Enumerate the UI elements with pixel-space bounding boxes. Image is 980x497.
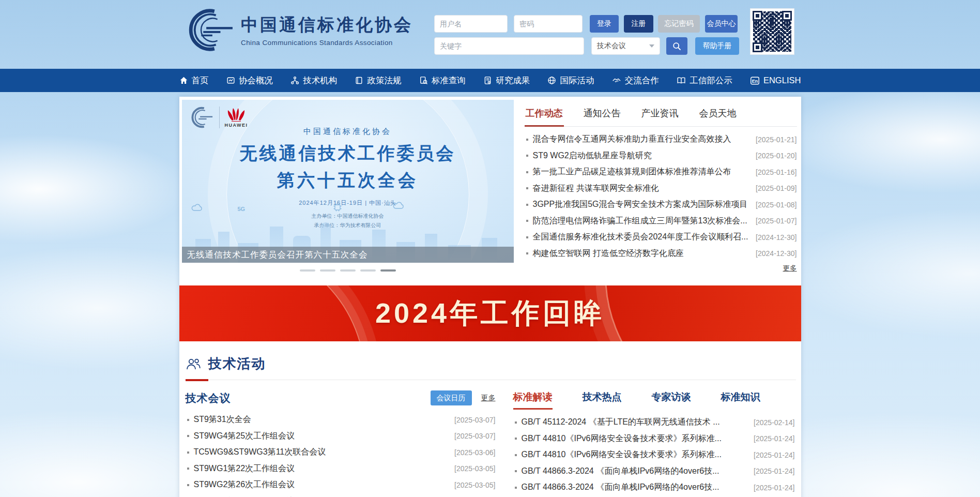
nav-item-policy[interactable]: 政策法规 (355, 75, 401, 86)
news-item[interactable]: 第一批工业产品碳足迹核算规则团体标准推荐清单公布[2025-01-16] (525, 164, 797, 180)
site-subtitle: China Communications Standards Associati… (241, 39, 413, 47)
huawei-logo-icon (227, 107, 246, 122)
tab-industry-info[interactable]: 产业资讯 (640, 103, 680, 126)
activities-section-title: 技术活动 (208, 355, 266, 373)
tab-work-news[interactable]: 工作动态 (525, 103, 564, 127)
main-content: HUAWEI 中国通信标准化协会 无线通信技术工作委员会 第六十五次全会 202… (179, 97, 801, 497)
carousel-dot[interactable] (320, 269, 335, 272)
deco-cloud-icon (191, 204, 205, 212)
help-manual-button[interactable]: 帮助手册 (695, 37, 739, 55)
meeting-item[interactable]: ST9WG4第25次工作组会议[2025-03-07] (186, 428, 496, 445)
news-item[interactable]: 奋进新征程 共谋车联网安全标准化[2025-01-09] (525, 180, 797, 197)
standards-tabs: 标准解读 技术热点 专家访谈 标准知识 (513, 390, 795, 408)
handshake-icon (612, 76, 621, 85)
nav-item-international[interactable]: 国际活动 (547, 75, 594, 86)
standard-item[interactable]: GB/T 44810《IPv6网络安全设备技术要求》系列标准...[2025-0… (513, 447, 795, 463)
standard-item[interactable]: GB/T 44810《IPv6网络安全设备技术要求》系列标准...[2025-0… (513, 431, 795, 447)
people-icon (186, 357, 201, 371)
site-logo[interactable]: 中国通信标准化协会 China Communications Standards… (184, 8, 413, 52)
carousel-dot[interactable] (300, 269, 315, 272)
standards-list: GB/T 45112-2024 《基于LTE的车联网无线通信技术 ...[202… (513, 414, 795, 497)
tab-notices[interactable]: 通知公告 (583, 103, 622, 126)
standard-item[interactable]: GB/T 44866.3-2024 《面向单栈IPv6网络的4over6技...… (513, 479, 795, 496)
news-item[interactable]: 3GPP批准我国5G混合专网安全技术方案成为国际标准项目[2025-01-08] (525, 197, 797, 213)
carousel-pagination (182, 266, 514, 275)
deco-chip-icon (333, 203, 342, 212)
meeting-item[interactable]: ST9WG2第26次工作组会议[2025-03-05] (186, 477, 496, 493)
carousel-caption[interactable]: 无线通信技术工作委员会召开第六十五次全会 (182, 247, 514, 263)
tab-expert-interviews[interactable]: 专家访谈 (652, 390, 691, 408)
activities-section-head: 技术活动 (186, 355, 795, 373)
main-nav: 首页 协会概况 技术机构 政策法规 标准查询 研究成果 国际活动 交流合作 (0, 69, 980, 92)
carousel-dot-active[interactable] (380, 269, 396, 272)
tab-standard-knowledge[interactable]: 标准知识 (721, 390, 760, 408)
nav-item-english[interactable]: En ENGLISH (750, 76, 801, 85)
slide-org-line: 中国通信标准化协会 (182, 127, 514, 137)
qr-code (750, 8, 794, 55)
login-button[interactable]: 登录 (590, 15, 619, 33)
member-center-button[interactable]: 会员中心 (705, 15, 738, 33)
tab-member-world[interactable]: 会员天地 (698, 103, 738, 126)
policy-book-icon (355, 76, 363, 85)
news-more-link[interactable]: 更多 (525, 264, 797, 273)
chevron-down-icon (649, 44, 654, 48)
news-item[interactable]: 全国通信服务标准化技术委员会2024年度工作会议顺利召...[2024-12-3… (525, 229, 797, 246)
meeting-item[interactable]: ST9WG1第22次工作组会议[2025-03-05] (186, 461, 496, 477)
news-item[interactable]: ST9 WG2启动低轨星座导航研究[2025-01-20] (525, 148, 797, 164)
nav-item-miit[interactable]: 工信部公示 (677, 75, 732, 86)
org-chart-icon (290, 76, 299, 85)
carousel-dot[interactable] (360, 269, 376, 272)
standard-item[interactable]: GB/T 44866.3-2024 《面向单栈IPv6网络的4over6技...… (513, 463, 795, 480)
research-doc-icon (483, 76, 492, 85)
keyword-search-input[interactable] (434, 37, 584, 55)
banner-title: 2024年工作回眸 (375, 295, 605, 333)
login-row: 登录 注册 忘记密码 会员中心 (434, 15, 738, 33)
ccsa-swoosh-icon (184, 8, 235, 52)
password-input[interactable] (514, 15, 583, 33)
news-item[interactable]: 混合专网信令互通网关标准助力垂直行业安全高效接入[2025-01-21] (525, 131, 797, 148)
search-button[interactable] (666, 37, 687, 55)
meetings-list: ST9第31次全会[2025-03-07] ST9WG4第25次工作组会议[20… (186, 412, 496, 497)
news-item[interactable]: 防范治理电信网络诈骗工作组成立三周年暨第13次标准会...[2025-01-07… (525, 213, 797, 230)
nav-item-standard-query[interactable]: 标准查询 (419, 75, 466, 86)
ccsa-mini-logo-icon (189, 106, 214, 129)
search-category-value: 技术会议 (597, 41, 626, 51)
deco-5g-label: 5G (238, 206, 246, 212)
tab-standard-interpretation[interactable]: 标准解读 (513, 390, 553, 410)
tab-tech-hotspots[interactable]: 技术热点 (583, 390, 622, 408)
slide-date-line: 2024年12月16日-19日 | 中国·汕头 (182, 199, 514, 207)
meeting-item[interactable]: ST9第31次全会[2025-03-07] (186, 412, 496, 428)
section-divider (185, 380, 796, 380)
nav-item-cooperation[interactable]: 交流合作 (612, 75, 659, 86)
search-icon (672, 42, 681, 51)
meeting-item[interactable]: TC5WG9&ST9WG3第11次联合会议[2025-03-06] (186, 444, 496, 461)
banner-swirl-graphic (605, 285, 801, 341)
globe-icon (547, 76, 556, 85)
carousel: HUAWEI 中国通信标准化协会 无线通信技术工作委员会 第六十五次全会 202… (182, 100, 514, 275)
meetings-panel: 技术会议 会议日历 更多 ST9第31次全会[2025-03-07] ST9WG… (186, 390, 496, 497)
carousel-dot[interactable] (340, 269, 356, 272)
nav-item-research[interactable]: 研究成果 (483, 75, 530, 86)
home-icon (179, 76, 188, 85)
nav-item-home[interactable]: 首页 (179, 75, 209, 86)
standard-item[interactable]: GB/T 45112-2024 《基于LTE的车联网无线通信技术 ...[202… (513, 414, 795, 431)
carousel-slide[interactable]: HUAWEI 中国通信标准化协会 无线通信技术工作委员会 第六十五次全会 202… (182, 100, 514, 263)
nav-item-tech-org[interactable]: 技术机构 (290, 75, 337, 86)
meetings-title: 技术会议 (186, 391, 231, 405)
username-input[interactable] (434, 15, 508, 33)
banner-swirl-graphic (179, 285, 365, 341)
annual-review-banner[interactable]: 2024年工作回眸 (179, 285, 801, 341)
english-icon: En (750, 76, 760, 85)
meeting-calendar-button[interactable]: 会议日历 (431, 390, 472, 405)
svg-text:En: En (752, 78, 758, 83)
open-book-icon (677, 76, 686, 85)
nav-item-overview[interactable]: 协会概况 (226, 75, 273, 86)
search-category-select[interactable]: 技术会议 (591, 37, 660, 55)
meeting-item[interactable]: ST9WG3第29次工作组会议[2025-03-05] (186, 493, 496, 497)
register-button[interactable]: 注册 (624, 15, 653, 33)
news-item[interactable]: 构建低空智联网 打造低空经济数字化底座[2024-12-30] (525, 246, 797, 262)
news-tabs: 工作动态 通知公告 产业资讯 会员天地 (525, 103, 797, 127)
forgot-password-button[interactable]: 忘记密码 (658, 15, 700, 33)
meetings-more-link[interactable]: 更多 (481, 394, 496, 403)
standards-panel: 标准解读 技术热点 专家访谈 标准知识 GB/T 45112-2024 《基于L… (513, 390, 795, 497)
